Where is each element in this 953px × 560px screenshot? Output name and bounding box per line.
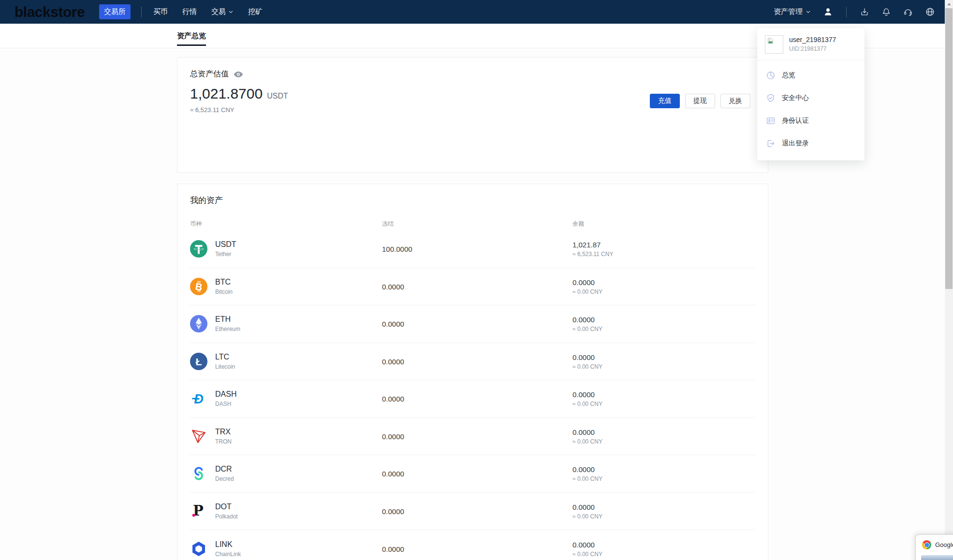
asset-row[interactable]: TRX TRON 0.0000 0.0000 ≈ 0.00 CNY [190,418,755,456]
balance-amount: 0.0000 [572,390,602,399]
menu-item-logout[interactable]: 退出登录 [757,132,865,155]
coin-symbol: DASH [215,390,236,399]
menu-item-security-center[interactable]: 安全中心 [757,86,865,109]
asset-row[interactable]: ETH Ethereum 0.0000 0.0000 ≈ 0.00 CNY [190,305,755,343]
header-coin: 币种 [190,220,202,228]
total-assets-title: 总资产估值 [190,69,229,79]
balance-amount: 0.0000 [572,465,602,474]
balance-fiat: ≈ 0.00 CNY [572,513,602,519]
navbar-right: 资产管理 [774,7,935,17]
id-card-icon [766,116,776,126]
user-uid: UID:21981377 [789,45,836,52]
user-icon[interactable] [823,7,833,17]
total-assets-title-row: 总资产估值 [190,69,243,79]
frozen-amount: 0.0000 [382,357,404,365]
chevron-down-icon [806,9,811,14]
account-dropdown-menu: 总览 安全中心 身份认证 退出登录 [757,60,865,155]
coin-cell: Ð DASH DASH [190,390,236,407]
dot-coin-icon: P [190,503,207,520]
balance-fiat: ≈ 0.00 CNY [572,550,602,557]
balance-amount: 0.0000 [572,503,602,511]
account-info: user_21981377 UID:21981377 [789,35,836,54]
coin-names: DOT Polkadot [215,503,238,520]
total-assets-value: 1,021.8700 USDT [190,86,288,102]
scrollbar-up-arrow[interactable] [945,0,953,8]
account-dropdown-header: user_21981377 UID:21981377 [757,28,865,60]
coin-name: TRON [215,438,232,445]
frozen-amount: 0.0000 [382,545,404,553]
coin-cell: B BTC Bitcoin [190,278,233,295]
frozen-amount: 100.0000 [382,245,412,253]
balance-fiat: ≈ 6,523.11 CNY [572,251,613,258]
menu-item-identity-verification[interactable]: 身份认证 [757,109,865,132]
nav-item-markets[interactable]: 行情 [182,7,197,16]
balance-amount: 0.0000 [572,353,602,361]
scrollbar-thumb[interactable] [945,8,953,289]
tab-asset-overview[interactable]: 资产总览 [177,24,206,48]
logo[interactable]: blackstore [15,4,85,20]
asset-row[interactable]: Ð DASH DASH 0.0000 0.0000 ≈ 0.00 CNY [190,380,755,418]
balance-fiat: ≈ 0.00 CNY [572,401,602,407]
frozen-amount: 0.0000 [382,395,404,403]
popup-title: Google C [935,541,953,548]
balance-fiat: ≈ 0.00 CNY [572,288,602,295]
eye-toggle-icon[interactable] [234,71,243,78]
ltc-coin-icon: Ł [190,353,207,370]
navbar-divider [846,7,847,17]
balance-amount: 0.0000 [572,428,602,436]
frozen-amount: 0.0000 [382,320,404,328]
balance-cell: 0.0000 ≈ 0.00 CNY [572,503,602,519]
svg-text:Ł: Ł [196,356,202,367]
asset-row[interactable]: P DOT Polkadot 0.0000 0.0000 ≈ 0.00 CNY [190,493,755,531]
dash-coin-icon: Ð [190,390,207,407]
link-coin-icon [190,540,207,558]
balance-fiat: ≈ 0.00 CNY [572,326,602,332]
frozen-amount: 0.0000 [382,432,404,440]
coin-names: LTC Litecoin [215,353,235,370]
my-assets-title: 我的资产 [190,195,223,206]
asset-row[interactable]: DCR Decred 0.0000 0.0000 ≈ 0.00 CNY [190,455,755,493]
bell-icon[interactable] [881,7,891,17]
support-icon[interactable] [903,7,913,17]
asset-row[interactable]: LINK ChainLink 0.0000 0.0000 ≈ 0.00 CNY [190,530,755,560]
asset-row[interactable]: USDT Tether 100.0000 1,021.87 ≈ 6,523.11… [190,230,755,268]
withdraw-button[interactable]: 提现 [685,94,715,108]
svg-text:P: P [193,503,204,519]
convert-button[interactable]: 兑换 [720,94,750,108]
my-assets-card: 我的资产 币种 冻结 余额 USDT Tether 100.0000 1,021… [177,184,768,560]
scrollbar [945,0,953,560]
nav-item-mining[interactable]: 挖矿 [248,7,263,16]
assets-table: 币种 冻结 余额 USDT Tether 100.0000 1,021.87 ≈… [190,218,755,560]
exchange-button[interactable]: 交易所 [99,4,131,19]
asset-row[interactable]: B BTC Bitcoin 0.0000 0.0000 ≈ 0.00 CNY [190,268,755,306]
asset-row[interactable]: Ł LTC Litecoin 0.0000 0.0000 ≈ 0.00 CNY [190,343,755,381]
shield-icon [766,93,776,103]
total-assets-card: 总资产估值 1,021.8700 USDT ≈ 6,523.11 CNY 充值 … [177,57,768,173]
menu-item-overview[interactable]: 总览 [757,64,865,86]
coin-name: Bitcoin [215,288,233,295]
coin-name: DASH [215,401,236,407]
coin-name: ChainLink [215,551,241,558]
frozen-amount: 0.0000 [382,470,404,478]
coin-symbol: DCR [215,465,234,474]
coin-name: Polkadot [215,513,238,520]
coin-symbol: TRX [215,428,232,436]
browser-notification-popup[interactable]: Google C [915,534,953,560]
overview-icon [766,71,776,80]
deposit-button[interactable]: 充值 [650,94,680,108]
download-icon[interactable] [860,7,869,17]
header-frozen: 冻结 [382,220,394,228]
globe-language-icon[interactable] [925,7,935,17]
avatar [765,35,783,54]
asset-management-menu[interactable]: 资产管理 [774,7,811,16]
nav-item-trade[interactable]: 交易 [211,7,234,16]
nav-item-buy-crypto[interactable]: 买币 [153,7,168,16]
broken-image-icon [767,37,774,46]
logout-icon [766,139,776,148]
balance-cell: 0.0000 ≈ 0.00 CNY [572,428,602,445]
coin-name: Ethereum [215,326,240,332]
coin-symbol: BTC [215,278,233,287]
balance-cell: 0.0000 ≈ 0.00 CNY [572,390,602,407]
asset-actions: 充值 提现 兑换 [650,94,750,108]
coin-symbol: LTC [215,353,235,361]
